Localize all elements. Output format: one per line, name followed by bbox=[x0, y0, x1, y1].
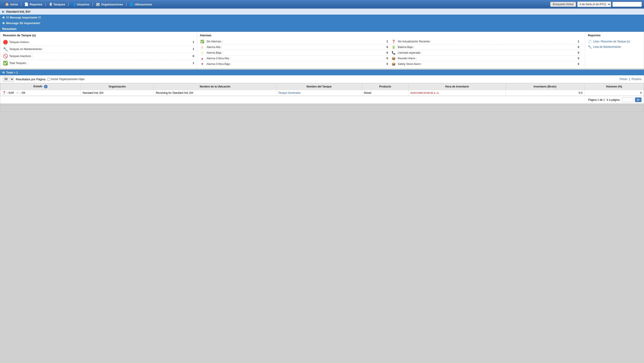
pagination-sep: | bbox=[629, 78, 630, 81]
alarm-row-critica-baja: ▼ Alarma Crítica Baja : 0 bbox=[200, 61, 391, 67]
alarma-critica-baja-icon: ▼ bbox=[200, 62, 205, 66]
col-organizacion: Organización bbox=[81, 83, 154, 90]
call-count: 0 bbox=[578, 51, 582, 54]
cell-tanque: Tanque Generador bbox=[276, 90, 362, 96]
lista-resumen-icon: 📄 bbox=[588, 40, 592, 43]
alarms-right-col: ❓ Sin Actualización Reciente : 1 🔋 Bater… bbox=[391, 39, 582, 67]
active-tank-label: Tanques Activos : bbox=[9, 41, 188, 44]
nav-ubicaciones[interactable]: 🌐 Ubicaciones bbox=[127, 2, 155, 6]
navbar-right: Búsqueda Global # de Serie (# de RTU) bbox=[550, 2, 642, 7]
total-tank-count: 1 bbox=[190, 62, 194, 65]
nav-organizaciones[interactable]: 🏢 Organizaciones bbox=[93, 2, 126, 6]
sin-alarmas-count: 1 bbox=[386, 40, 391, 43]
message-3g-banner[interactable]: ⊕ Mensage 3G Importante! bbox=[0, 20, 644, 26]
tank-summary-panel: Resumen de Tanque (s) 🛑 Tanques Activos … bbox=[0, 32, 197, 69]
col-volumen: Volumen (%) bbox=[584, 83, 644, 90]
alarm-row-no-update: ❓ Sin Actualización Reciente : 1 bbox=[391, 39, 582, 45]
nav-usuarios[interactable]: 👥 Usuarios bbox=[69, 2, 92, 6]
alarms-grid: ✅ Sin Alarmas : 1 ⚠ Alarma Alta : 0 ⚠ Al… bbox=[200, 39, 582, 67]
table-row: ❓ - SAR ✓ - OK Standard Ind, Eirl Receiv… bbox=[0, 90, 644, 96]
maintenance-tank-label: Tanques en Mantenimiento : bbox=[9, 48, 188, 51]
alarm-row-reorder: 📦 Reorder Alarm : 0 bbox=[391, 56, 582, 61]
next-link[interactable]: Próximo bbox=[632, 78, 642, 81]
report-link-lista-resumen[interactable]: 📄 Lista / Resumen de Tanque (s) bbox=[588, 39, 641, 44]
alarm-row-critica-alta: ▲ Alarma Crítica Alta : 0 bbox=[200, 56, 391, 61]
sar-status-icon: ❓ bbox=[2, 91, 6, 95]
alarm-row-battery: 🔋 Batería Baja : 0 bbox=[391, 45, 582, 50]
tank-summary-title: Resumen de Tanque (s) bbox=[3, 34, 194, 37]
ok-status-icon: ✓ bbox=[16, 91, 19, 95]
global-search-button[interactable]: Búsqueda Global bbox=[550, 2, 576, 7]
table-header-row: Estado i Organización Nombre de la Ubica… bbox=[0, 83, 644, 90]
nav-organizaciones-label: Organizaciones bbox=[101, 3, 123, 6]
per-page-select[interactable]: 50 10 25 100 bbox=[2, 77, 14, 82]
col-inventario: Inventario (Bruto) bbox=[506, 83, 584, 90]
alarms-left-col: ✅ Sin Alarmas : 1 ⚠ Alarma Alta : 0 ⚠ Al… bbox=[200, 39, 391, 67]
alarma-critica-alta-label: Alarma Crítica Alta : bbox=[207, 57, 385, 60]
total-label: Total = 1 bbox=[6, 71, 18, 74]
estado-info-icon[interactable]: i bbox=[44, 85, 48, 88]
search-input[interactable] bbox=[612, 2, 642, 7]
organizaciones-icon: 🏢 bbox=[96, 2, 100, 6]
battery-icon: 🔋 bbox=[391, 45, 396, 49]
nav-ubicaciones-label: Ubicaciones bbox=[135, 3, 152, 6]
reportes-panel: Reportes 📄 Lista / Resumen de Tanque (s)… bbox=[585, 32, 644, 69]
cell-estado: ❓ - SAR ✓ - OK bbox=[0, 90, 81, 96]
report-link-mantenimiento[interactable]: 🔧 Lista de Mantenimiento bbox=[588, 44, 641, 50]
important-message-banner[interactable]: ⊕ !!! Mensaje Importante !!! bbox=[0, 15, 644, 20]
search-type-select[interactable]: # de Serie (# de RTU) bbox=[577, 2, 611, 7]
inactive-tank-label: Tanques Inactivos : bbox=[9, 55, 188, 58]
no-update-count: 1 bbox=[578, 40, 582, 43]
safety-count: 0 bbox=[578, 63, 582, 66]
tank-row-total: ✅ Total Tanques : 1 bbox=[3, 60, 194, 67]
table-controls-right: Previo | Próximo bbox=[620, 78, 642, 81]
breadcrumb-text: Standard Ind, Eirl bbox=[6, 10, 30, 13]
safety-icon: 📦 bbox=[391, 62, 396, 66]
nav-items: 🏠 Inicio | 📄 Reportes | 🛢 Tanques | 👥 Us… bbox=[2, 2, 550, 6]
data-table: Estado i Organización Nombre de la Ubica… bbox=[0, 83, 644, 96]
call-icon: 📞 bbox=[391, 51, 396, 55]
expand-icon-msg: ⊕ bbox=[2, 16, 5, 19]
alarma-critica-alta-icon: ▲ bbox=[200, 57, 205, 60]
nav-tanques[interactable]: 🛢 Tanques bbox=[46, 3, 68, 6]
per-page-label: Resultados por Página bbox=[16, 78, 46, 81]
estado-cell-content: ❓ - SAR ✓ - OK bbox=[2, 91, 79, 95]
alarma-critica-baja-count: 0 bbox=[386, 63, 391, 66]
include-child-label[interactable]: Incluir Organizaciones Hijas bbox=[47, 78, 85, 81]
safety-label: Safety Stock Alarm : bbox=[398, 63, 576, 66]
estado-col-label: Estado bbox=[33, 85, 42, 88]
cell-ubicacion: Receiving for Standard Ind, Eirl bbox=[154, 90, 276, 96]
alarma-alta-label: Alarma Alta : bbox=[207, 46, 385, 49]
alarma-baja-label: Alarma Baja : bbox=[207, 51, 385, 54]
pagination-bottom: Página 1 de 1 Ir a página: Ir bbox=[0, 96, 644, 104]
table-controls-left: 50 10 25 100 Resultados por Página Inclu… bbox=[2, 77, 84, 82]
active-tank-icon: 🛑 bbox=[3, 40, 8, 45]
usuarios-icon: 👥 bbox=[72, 2, 76, 6]
cell-organizacion: Standard Ind, Eirl bbox=[81, 90, 154, 96]
sin-alarmas-icon: ✅ bbox=[200, 40, 205, 43]
ok-status-text: - OK bbox=[20, 91, 26, 95]
alarma-baja-count: 0 bbox=[386, 51, 391, 54]
alarma-critica-alta-count: 0 bbox=[386, 57, 391, 60]
total-tank-icon: ✅ bbox=[3, 61, 8, 66]
nav-reportes[interactable]: 📄 Reportes bbox=[22, 2, 45, 6]
include-child-checkbox[interactable] bbox=[47, 78, 50, 81]
col-producto: Producto bbox=[362, 83, 408, 90]
breadcrumb: ▶ Standard Ind, Eirl bbox=[0, 9, 644, 15]
alarm-row-baja: ⚠ Alarma Baja : 0 bbox=[200, 50, 391, 56]
tanque-link[interactable]: Tanque Generador bbox=[278, 91, 301, 95]
total-bar[interactable]: ⊖ Total = 1 bbox=[0, 70, 644, 75]
nav-inicio[interactable]: 🏠 Inicio bbox=[2, 2, 21, 6]
call-label: Llamada esperada : bbox=[398, 51, 576, 54]
cell-volumen: 0 bbox=[584, 90, 644, 96]
maintenance-tank-icon: 🔧 bbox=[3, 47, 8, 52]
go-button[interactable]: Ir bbox=[635, 97, 642, 102]
page-info: Página 1 de 1 bbox=[588, 98, 605, 102]
alarm-row-alta: ⚠ Alarma Alta : 0 bbox=[200, 45, 391, 50]
go-to-label: Ir a página: bbox=[606, 98, 620, 102]
tank-row-maintenance: 🔧 Tanques en Mantenimiento : 1 bbox=[3, 46, 194, 53]
page-input[interactable] bbox=[622, 98, 633, 102]
ubicaciones-icon: 🌐 bbox=[129, 2, 134, 6]
prev-link[interactable]: Previo bbox=[620, 78, 627, 81]
sar-status-text: - SAR bbox=[7, 91, 14, 95]
